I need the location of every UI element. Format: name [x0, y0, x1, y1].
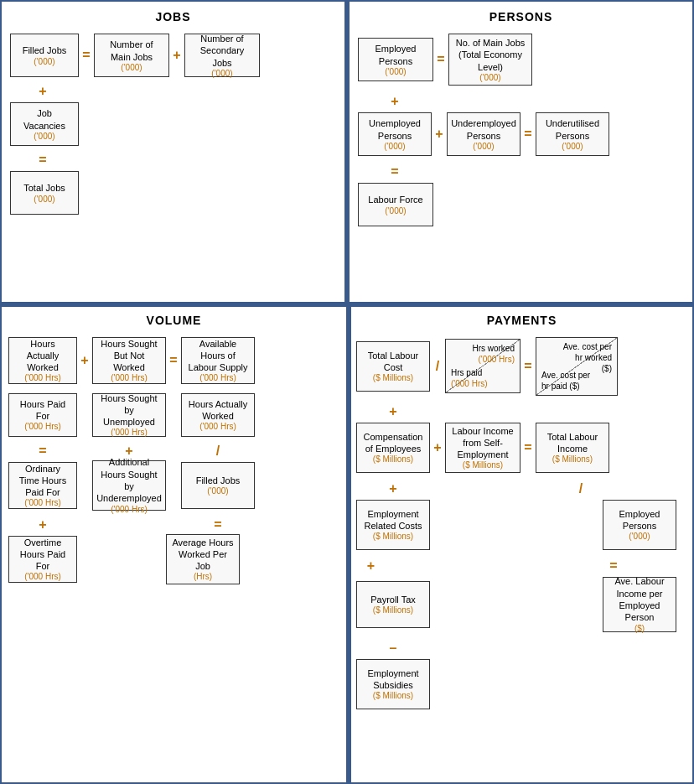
volume-row6: Overtime Hours Paid For ('000 Hrs) Avera… — [8, 534, 240, 584]
pay-op-plus3: + — [386, 480, 401, 498]
jobs-plus-row: + — [35, 82, 50, 101]
secondary-jobs-label: Number of Secondary Jobs — [190, 33, 254, 69]
hours-actually-worked-sub: ('000 Hrs) — [24, 373, 61, 382]
underemployed-persons-label: Underemployed Persons — [451, 117, 516, 142]
payroll-tax-label: Payroll Tax — [370, 594, 416, 605]
persons-plus-row: + — [387, 92, 402, 111]
unemployed-persons-label: Unemployed Persons — [364, 117, 426, 142]
employment-subsidies-box: Employment Subsidies ($ Millions) — [356, 659, 430, 709]
payments-row4: Payroll Tax ($ Millions) Ave. Labour Inc… — [356, 577, 676, 632]
total-labour-income-box: Total Labour Income ($ Millions) — [536, 423, 609, 473]
employment-related-costs-box: Employment Related Costs ($ Millions) — [356, 500, 430, 550]
job-vacancies-label: Job Vacancies — [16, 107, 73, 132]
total-jobs-sub: ('000) — [34, 195, 54, 204]
unemployed-persons-sub: ('000) — [384, 142, 405, 151]
no-main-jobs-label: No. of Main Jobs (Total Economy Level) — [454, 37, 526, 73]
labour-force-box: Labour Force ('000) — [358, 183, 433, 226]
hours-paid-for-sub: ('000 Hrs) — [24, 422, 61, 431]
additional-hours-label: Additional Hours Sought by Underemployed — [96, 456, 162, 504]
employment-related-costs-label: Employment Related Costs — [362, 508, 424, 532]
employment-subsidies-label: Employment Subsidies — [362, 667, 424, 692]
pay-op-equals3: = — [606, 557, 621, 575]
average-hours-per-job-box: Average Hours Worked Per Job (Hrs) — [166, 534, 240, 584]
pay-op-plus1: + — [386, 402, 401, 421]
jobs-op-plus1: + — [169, 46, 184, 65]
hours-paid-for-label: Hours Paid For — [14, 398, 71, 423]
underemployed-persons-box: Underemployed Persons ('000) — [447, 112, 520, 156]
filled-jobs-box: Filled Jobs ('000) — [10, 34, 79, 77]
jobs-quadrant: JOBS Filled Jobs ('000) = Number of Main… — [2, 2, 350, 302]
filled-jobs-vol-sub: ('000) — [207, 486, 228, 496]
hrs-diag-box: Hrs worked('000 Hrs) Hrs paid('000 Hrs) — [445, 339, 520, 393]
total-labour-cost-box: Total Labour Cost ($ Millions) — [356, 341, 430, 392]
compensation-employees-label: Compensation of Employees — [362, 431, 424, 455]
employment-subsidies-sub: ($ Millions) — [373, 691, 413, 700]
overtime-hours-sub: ('000 Hrs) — [24, 572, 61, 581]
ave-labour-income-label: Ave. Labour Income per Employed Person — [609, 575, 671, 623]
available-hours-sub: ('000 Hrs) — [199, 373, 236, 382]
hours-actually-worked2-label: Hours Actually Worked — [187, 398, 249, 423]
persons-op-plus2: + — [432, 125, 447, 143]
average-hours-per-job-sub: (Hrs) — [194, 572, 212, 581]
persons-title: PERSONS — [358, 10, 684, 23]
employed-persons-pay-sub: ('000) — [629, 532, 650, 541]
employed-persons-sub: ('000) — [385, 67, 406, 76]
total-labour-income-sub: ($ Millions) — [552, 454, 593, 464]
filled-jobs-label: Filled Jobs — [23, 44, 67, 56]
available-hours-box: Available Hours of Labour Supply ('000 H… — [181, 337, 255, 384]
vol-spacer4 — [166, 484, 181, 487]
hours-actually-worked-box: Hours Actually Worked ('000 Hrs) — [8, 337, 77, 384]
hours-actually-worked2-sub: ('000 Hrs) — [199, 422, 236, 431]
hours-paid-for-box: Hours Paid For ('000 Hrs) — [8, 393, 77, 437]
labour-income-sub: ($ Millions) — [463, 460, 503, 470]
ave-cost-diag-box: Ave. cost perhr worked($) Ave. cost perh… — [536, 337, 618, 396]
hours-sought-unemployed-label: Hours Sought by Unemployed — [98, 392, 160, 428]
ave-cost-hr-paid-label: Ave. cost perhr paid ($) — [541, 370, 590, 392]
labour-force-sub: ('000) — [385, 206, 406, 215]
hours-sought-not-worked-box: Hours Sought But Not Worked ('000 Hrs) — [92, 337, 166, 384]
main-jobs-label: Number of Main Jobs — [100, 39, 163, 63]
filled-jobs-vol-box: Filled Jobs ('000) — [181, 462, 255, 509]
employed-persons-pay-label: Employed Persons — [609, 508, 671, 532]
volume-quadrant: VOLUME Hours Actually Worked ('000 Hrs) … — [2, 307, 351, 783]
pay-plus-row1: + — [386, 402, 401, 421]
volume-row2: Hours Paid For ('000 Hrs) Hours Sought b… — [8, 393, 255, 437]
main-jobs-box: Number of Main Jobs ('000) — [94, 34, 169, 77]
underutilised-persons-box: Underutilised Persons ('000) — [536, 112, 609, 156]
hours-actually-worked-label: Hours Actually Worked — [14, 338, 71, 374]
vol-spacer1 — [77, 413, 92, 417]
payments-quadrant: PAYMENTS Total Labour Cost ($ Millions) … — [351, 307, 692, 783]
jobs-row3: Total Jobs ('000) — [10, 171, 79, 215]
pay-op-equals1: = — [520, 357, 536, 376]
available-hours-label: Available Hours of Labour Supply — [187, 338, 249, 374]
vol-op-equals3: = — [210, 516, 225, 534]
vol-spacer3 — [77, 484, 92, 487]
ordinary-time-sub: ('000 Hrs) — [24, 498, 61, 507]
pay-op-equals2: = — [520, 439, 536, 457]
main-container: JOBS Filled Jobs ('000) = Number of Main… — [0, 0, 694, 784]
ordinary-time-label: Ordinary Time Hours Paid For — [14, 463, 71, 499]
no-main-jobs-sub: ('000) — [479, 73, 500, 82]
payments-title: PAYMENTS — [356, 314, 687, 327]
volume-row4: Ordinary Time Hours Paid For ('000 Hrs) … — [8, 460, 255, 511]
employed-persons-label: Employed Persons — [364, 43, 427, 67]
jobs-op-plus2: + — [35, 82, 50, 101]
ordinary-time-box: Ordinary Time Hours Paid For ('000 Hrs) — [8, 462, 77, 509]
employed-persons-pay-box: Employed Persons ('000) — [603, 500, 676, 550]
top-half: JOBS Filled Jobs ('000) = Number of Main… — [2, 2, 692, 307]
jobs-row1: Filled Jobs ('000) = Number of Main Jobs… — [10, 34, 260, 77]
hrs-paid-label: Hrs paid('000 Hrs) — [451, 367, 488, 389]
employed-persons-box: Employed Persons ('000) — [358, 38, 433, 81]
additional-hours-sub: ('000 Hrs) — [111, 505, 148, 514]
bottom-half: VOLUME Hours Actually Worked ('000 Hrs) … — [2, 307, 692, 783]
employment-related-costs-sub: ($ Millions) — [373, 532, 413, 541]
pay-ops-row3: + = — [356, 557, 640, 575]
underutilised-persons-sub: ('000) — [562, 142, 583, 151]
vol-op-div1: / — [210, 442, 225, 460]
payroll-tax-sub: ($ Millions) — [373, 605, 413, 615]
underemployed-persons-sub: ('000) — [473, 142, 494, 151]
ave-labour-income-sub: ($) — [634, 624, 645, 633]
persons-equals-row: = — [387, 163, 402, 181]
pay-op-plus4: + — [364, 557, 379, 575]
volume-ops-row2: + = — [8, 516, 255, 534]
